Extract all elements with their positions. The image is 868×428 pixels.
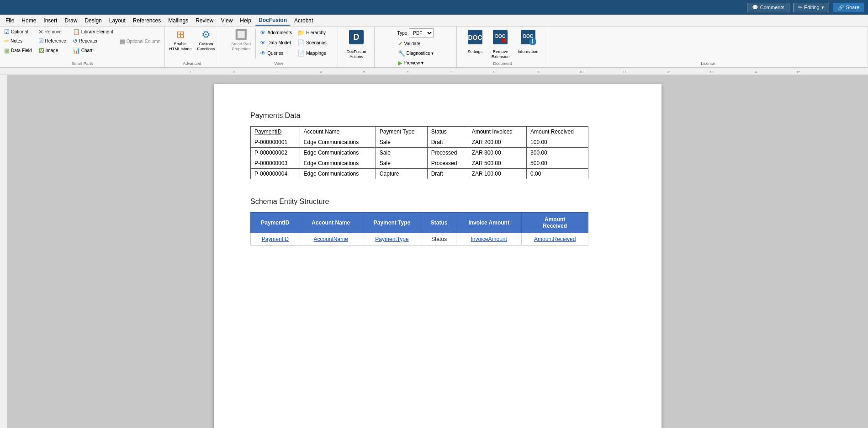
optional-icon: ☑ <box>4 28 10 35</box>
notes-icon: ✏ <box>4 37 9 44</box>
menu-home[interactable]: Home <box>18 16 40 25</box>
table-cell: 0.00 <box>527 169 588 179</box>
docfusion-actions-button[interactable]: D DocFusion Actions <box>344 27 368 55</box>
table-cell: Sale <box>376 158 427 169</box>
editing-button[interactable]: ✏ Editing ▾ <box>793 3 829 12</box>
menu-draw[interactable]: Draw <box>61 16 81 25</box>
remove-button[interactable]: ✕ Remove <box>36 27 69 36</box>
notes-button[interactable]: ✏ Notes <box>2 37 34 45</box>
datafield-icon: ▤ <box>4 47 10 54</box>
optional-button[interactable]: ☑ Optional <box>2 27 34 36</box>
libraryelement-icon: 📋 <box>73 28 80 35</box>
menu-review[interactable]: Review <box>192 16 217 25</box>
adornments-button[interactable]: 👁 Adornments <box>258 28 294 37</box>
docfusion-actions-label: DocFusion Actions <box>346 49 366 59</box>
queries-button[interactable]: 👁 Queries <box>258 49 294 58</box>
table-cell: P-000000002 <box>251 148 300 158</box>
svg-text:9: 9 <box>537 70 539 74</box>
optionalcolumn-button[interactable]: ▦ Optional Column <box>117 37 163 46</box>
scenarios-label: Scenarios <box>306 40 326 45</box>
schema-cell: Status <box>422 233 456 246</box>
settings-button[interactable]: DOC Settings <box>465 27 486 55</box>
svg-text:15: 15 <box>796 70 800 74</box>
svg-text:D: D <box>353 32 359 42</box>
col-payment-type: Payment Type <box>376 127 427 137</box>
remove-extension-icon: DOC <box>492 29 508 48</box>
share-button[interactable]: 🔗 Share <box>833 3 864 12</box>
menu-docfusion[interactable]: DocFusion <box>255 16 291 26</box>
menu-layout[interactable]: Layout <box>106 16 129 25</box>
type-select[interactable]: PDF Word <box>409 28 434 37</box>
optionalcolumn-icon: ▦ <box>120 38 125 45</box>
table-cell: 300.00 <box>527 148 588 158</box>
share-icon: 🔗 <box>838 5 844 11</box>
image-label: Image <box>46 48 58 53</box>
mappings-icon: 📄 <box>297 50 305 57</box>
chart-button[interactable]: 📊 Chart <box>70 46 116 55</box>
ribbon: ☑ Optional ✏ Notes ▤ Data Field ✕ Remove <box>0 27 868 68</box>
table-cell: 500.00 <box>527 158 588 169</box>
svg-text:13: 13 <box>709 70 714 74</box>
title-bar: 💬 Comments ✏ Editing ▾ 🔗 Share <box>0 0 868 15</box>
col-amount-received: Amount Received <box>527 127 588 137</box>
preview-icon: ▶ <box>398 59 402 66</box>
remove-extension-button[interactable]: DOC Remove Extension <box>489 27 512 55</box>
svg-text:DOC: DOC <box>495 34 505 39</box>
menu-insert[interactable]: Insert <box>40 16 61 25</box>
menu-help[interactable]: Help <box>236 16 255 25</box>
table-cell: ZAR 100.00 <box>468 169 526 179</box>
svg-text:5: 5 <box>363 70 365 74</box>
doc-canvas[interactable]: Payments Data PaymentID Account Name Pay… <box>7 75 868 428</box>
menu-references[interactable]: References <box>129 16 164 25</box>
svg-text:11: 11 <box>623 70 627 74</box>
smart-part-props-button[interactable]: 🔲 Smart Part Properties <box>228 27 254 55</box>
svg-text:3: 3 <box>276 70 279 74</box>
hierarchy-label: Hierarchy <box>306 30 326 35</box>
schema-header-row: PaymentID Account Name Payment Type Stat… <box>251 213 588 233</box>
enable-html-mode-button[interactable]: ⊞ Enable HTML Mode <box>167 27 194 55</box>
hierarchy-button[interactable]: 📁 Hierarchy <box>295 28 328 37</box>
table-cell: Edge Communications <box>300 148 376 158</box>
table-header-row: PaymentID Account Name Payment Type Stat… <box>251 127 588 137</box>
smart-part-props-label: Smart Part Properties <box>231 42 251 52</box>
menu-acrobat[interactable]: Acrobat <box>291 16 317 25</box>
reference-button[interactable]: ☑ Reference <box>36 37 69 45</box>
optional-label: Optional <box>11 29 28 34</box>
smartparts-col2: ✕ Remove ☑ Reference 🖼 Image <box>36 27 69 55</box>
mappings-button[interactable]: 📄 Mappings <box>295 49 328 58</box>
schema-cell: PaymentID <box>251 233 300 246</box>
remove-extension-label: Remove Extension <box>492 49 510 59</box>
information-button[interactable]: DOC i Information <box>515 27 540 55</box>
svg-text:8: 8 <box>493 70 496 74</box>
data-model-button[interactable]: 👁 Data Model <box>258 38 294 47</box>
table-cell: Sale <box>376 137 427 148</box>
custom-functions-button[interactable]: ⚙ Custom Functions <box>195 27 217 55</box>
repeater-button[interactable]: ↺ Repeater <box>70 37 116 45</box>
validate-button[interactable]: ✔ Validate <box>396 39 423 48</box>
table-cell: Processed <box>427 148 468 158</box>
libraryelement-button[interactable]: 📋 Library Element <box>70 27 116 36</box>
menu-mailings[interactable]: Mailings <box>164 16 192 25</box>
hierarchy-icon: 📁 <box>297 29 305 36</box>
data-model-label: Data Model <box>267 40 291 45</box>
data-model-icon: 👁 <box>260 39 266 46</box>
svg-text:10: 10 <box>579 70 583 74</box>
menu-file[interactable]: File <box>2 16 18 25</box>
image-button[interactable]: 🖼 Image <box>36 46 69 55</box>
docfusion-actions-icon: D <box>348 29 365 48</box>
datafield-button[interactable]: ▤ Data Field <box>2 46 34 55</box>
schema-table: PaymentID Account Name Payment Type Stat… <box>250 212 588 246</box>
schema-cell: PaymentType <box>362 233 422 246</box>
reference-label: Reference <box>45 38 66 43</box>
diagnostics-button[interactable]: 🔧 Diagnostics ▾ <box>396 49 436 58</box>
scenarios-button[interactable]: 📄 Scenarios <box>295 38 328 47</box>
comments-button[interactable]: 💬 Comments <box>747 3 789 12</box>
notes-label: Notes <box>11 38 22 43</box>
preview-button[interactable]: ▶ Preview ▾ <box>396 59 426 67</box>
menu-view[interactable]: View <box>217 16 237 25</box>
mappings-label: Mappings <box>306 51 326 56</box>
schema-cell: InvoiceAmount <box>456 233 522 246</box>
table-cell: Edge Communications <box>300 158 376 169</box>
table-row: P-000000004Edge CommunicationsCaptureDra… <box>251 169 588 179</box>
menu-design[interactable]: Design <box>81 16 105 25</box>
